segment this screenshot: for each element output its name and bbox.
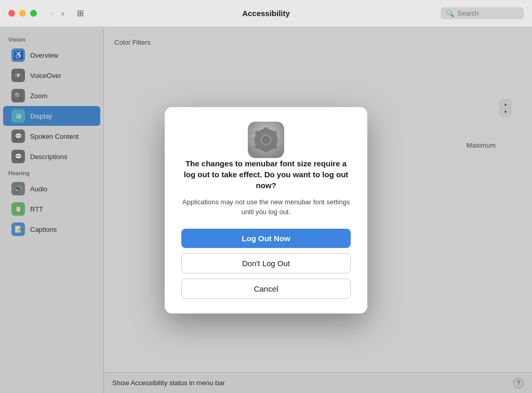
maximize-button[interactable]: [30, 10, 37, 17]
minimize-button[interactable]: [19, 10, 26, 17]
modal-overlay: The changes to menubar font size require…: [0, 27, 532, 393]
log-out-now-button[interactable]: Log Out Now: [181, 229, 351, 248]
window-title: Accessibility: [242, 9, 290, 18]
cancel-button[interactable]: Cancel: [181, 279, 351, 299]
grid-button[interactable]: ⊞: [74, 7, 87, 19]
modal-title: The changes to menubar font size require…: [181, 158, 351, 191]
title-bar: ‹ › ⊞ Accessibility 🔍: [0, 0, 532, 27]
modal-dialog: The changes to menubar font size require…: [165, 107, 367, 313]
dont-log-out-button[interactable]: Don't Log Out: [181, 253, 351, 273]
settings-icon: [248, 122, 284, 158]
nav-arrows: ‹ ›: [47, 8, 68, 19]
search-icon: 🔍: [446, 9, 454, 17]
svg-point-5: [262, 136, 270, 144]
window-controls: [8, 10, 37, 17]
back-button[interactable]: ‹: [47, 8, 56, 19]
main-area: Vision ♿ Overview 👁 VoiceOver 🔍 Zoom 🖥 D…: [0, 27, 532, 393]
search-box[interactable]: 🔍: [441, 7, 524, 19]
modal-subtitle: Applications may not use the new menubar…: [181, 197, 351, 217]
forward-button[interactable]: ›: [58, 8, 67, 19]
close-button[interactable]: [8, 10, 15, 17]
search-input[interactable]: [457, 9, 514, 17]
